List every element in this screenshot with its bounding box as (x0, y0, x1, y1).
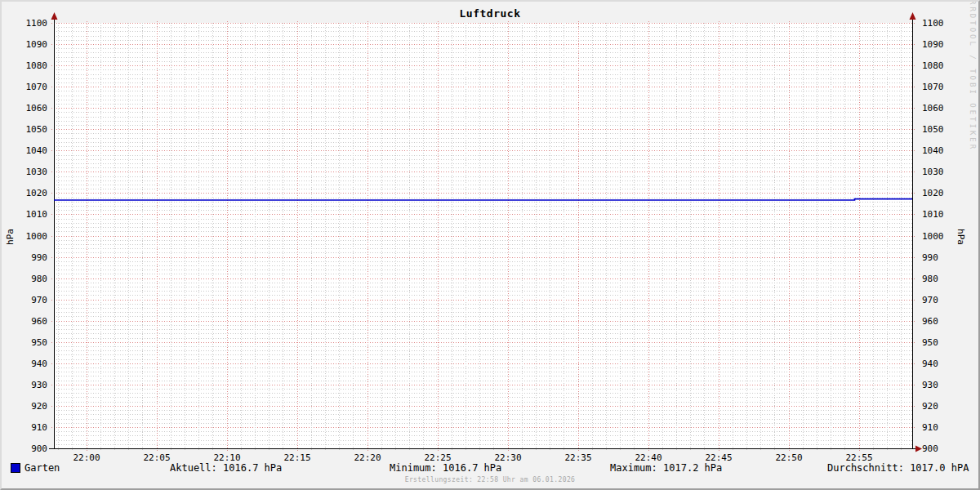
y-tick-label-left: 1010 (2, 209, 47, 220)
y-tick-label-left: 930 (2, 380, 47, 390)
x-tick-label: 22:20 (343, 452, 392, 463)
y-tick-label-right: 1100 (922, 18, 968, 29)
legend-swatch-garten (11, 463, 20, 473)
y-tick-label-left: 970 (2, 295, 47, 305)
y-tick-label-right: 1080 (922, 60, 968, 71)
y-tick-label-left: 990 (2, 252, 47, 263)
y-tick-label-right: 980 (922, 274, 968, 284)
chart-title: Luftdruck (2, 7, 978, 20)
y-tick-label-right: 930 (922, 380, 968, 390)
x-tick-label: 22:00 (62, 452, 111, 463)
y-tick-label-left: 1050 (2, 124, 47, 135)
stat-minimum: Minimum: 1016.7 hPa (390, 462, 501, 474)
y-tick-label-right: 1040 (922, 145, 968, 156)
y-tick-label-right: 1000 (922, 231, 968, 242)
y-tick-label-right: 1060 (922, 103, 968, 114)
y-tick-label-right: 990 (922, 252, 968, 263)
chart-canvas (2, 2, 978, 488)
y-tick-label-right: 920 (922, 401, 968, 412)
y-tick-label-left: 1030 (2, 167, 47, 177)
y-tick-label-left: 1090 (2, 39, 47, 50)
y-tick-label-left: 1020 (2, 188, 47, 198)
y-tick-label-right: 960 (922, 316, 968, 327)
y-tick-label-right: 1050 (922, 124, 968, 135)
x-tick-label: 22:50 (764, 452, 813, 463)
y-tick-label-left: 1060 (2, 103, 47, 114)
stat-aktuell: Aktuell: 1016.7 hPa (170, 462, 282, 474)
y-tick-label-right: 950 (922, 337, 968, 348)
creation-timestamp: Erstellungszeit: 22:58 Uhr am 06.01.2026 (2, 476, 978, 483)
y-tick-label-right: 1090 (922, 39, 968, 50)
y-tick-label-right: 1020 (922, 188, 968, 198)
y-tick-label-right: 940 (922, 359, 968, 369)
y-tick-label-left: 1080 (2, 60, 47, 71)
y-tick-label-left: 1070 (2, 82, 47, 92)
y-tick-label-right: 910 (922, 422, 968, 433)
y-tick-label-left: 1100 (2, 18, 47, 29)
y-tick-label-left: 960 (2, 316, 47, 327)
y-tick-label-left: 900 (2, 443, 47, 454)
rrdtool-graph: Luftdruck hPa hPa RRDTOOL / TOBI OETIKER… (0, 0, 980, 490)
y-tick-label-left: 910 (2, 422, 47, 433)
stat-maximum: Maximum: 1017.2 hPa (610, 462, 722, 474)
y-tick-label-right: 900 (922, 443, 968, 454)
y-tick-label-left: 1000 (2, 231, 47, 242)
y-tick-label-left: 980 (2, 274, 47, 284)
x-tick-label: 22:35 (554, 452, 603, 463)
y-tick-label-right: 1070 (922, 82, 968, 92)
y-tick-label-right: 1010 (922, 209, 968, 220)
y-tick-label-left: 920 (2, 401, 47, 412)
y-tick-label-left: 940 (2, 359, 47, 369)
y-tick-label-right: 970 (922, 295, 968, 305)
legend-label-garten: Garten (24, 462, 60, 474)
y-tick-label-left: 1040 (2, 145, 47, 156)
stat-durchschnitt: Durchschnitt: 1017.0 hPA (827, 462, 969, 474)
y-tick-label-left: 950 (2, 337, 47, 348)
y-tick-label-right: 1030 (922, 167, 968, 177)
rrdtool-watermark: RRDTOOL / TOBI OETIKER (967, 0, 977, 163)
